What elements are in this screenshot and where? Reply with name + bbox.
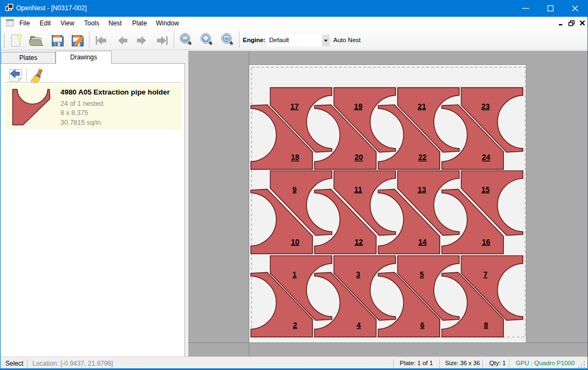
svg-text:6: 6 [420, 321, 425, 329]
svg-text:20: 20 [354, 153, 363, 162]
svg-text:10: 10 [291, 238, 299, 246]
svg-text:8: 8 [484, 321, 488, 329]
svg-text:23: 23 [481, 102, 490, 111]
svg-text:13: 13 [418, 185, 426, 194]
svg-text:19: 19 [354, 102, 363, 111]
svg-text:12: 12 [354, 238, 363, 246]
svg-text:1: 1 [292, 270, 297, 279]
svg-text:21: 21 [418, 102, 426, 111]
svg-text:11: 11 [354, 185, 363, 194]
svg-text:4: 4 [357, 321, 361, 329]
svg-text:14: 14 [418, 238, 427, 246]
svg-text:18: 18 [291, 153, 299, 162]
svg-text:9: 9 [292, 185, 297, 194]
svg-text:15: 15 [481, 185, 490, 194]
svg-text:24: 24 [482, 153, 490, 162]
svg-text:7: 7 [483, 270, 488, 279]
svg-text:5: 5 [420, 270, 424, 279]
svg-text:16: 16 [482, 238, 490, 246]
svg-text:3: 3 [356, 270, 360, 279]
svg-text:17: 17 [290, 102, 299, 111]
svg-text:22: 22 [418, 153, 427, 162]
svg-text:2: 2 [293, 321, 297, 329]
